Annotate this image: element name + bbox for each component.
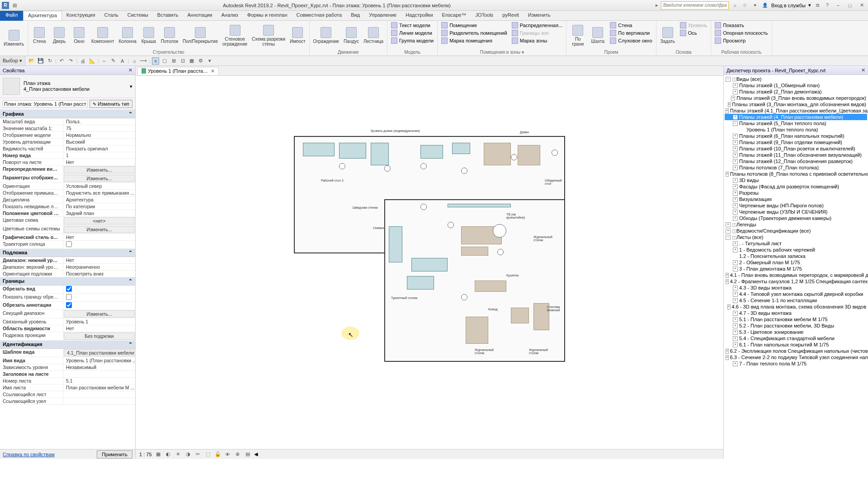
options-icon[interactable]: ⚙	[197, 57, 204, 65]
star-icon[interactable]: ☆	[741, 2, 749, 9]
file-tab[interactable]: Файл	[0, 11, 23, 21]
menu-tab-вставить[interactable]: Вставить	[153, 11, 183, 20]
property-value[interactable]	[63, 241, 135, 248]
tree-toggle-icon[interactable]: +	[733, 159, 738, 164]
property-value[interactable]: 1	[63, 152, 135, 159]
tree-node[interactable]: +Чертежные виды (УЗЛЫ И СЕЧЕНИЯ)	[725, 209, 867, 215]
tree-toggle-icon[interactable]: −	[733, 121, 738, 126]
tree-node[interactable]: +Планы этажей (3_План монтажа_для обозна…	[725, 101, 867, 108]
type-dropdown-icon[interactable]: ▾	[130, 84, 132, 89]
menu-tab-jotools[interactable]: JOTools	[471, 11, 498, 20]
tree-node[interactable]: +5.3 - Цветовое зонирование	[725, 329, 867, 335]
property-value[interactable]: Независимый	[63, 364, 135, 370]
ribbon-item[interactable]: Пол/Перекрытие	[181, 22, 220, 49]
tree-toggle-icon[interactable]: +	[733, 83, 738, 88]
property-value[interactable]	[63, 294, 135, 301]
tree-toggle-icon[interactable]: +	[728, 102, 731, 107]
tree-node[interactable]: +4.3 - 3D виды монтажа	[725, 285, 867, 291]
tree-node[interactable]: +. - Титульный лист	[725, 240, 867, 247]
sun-path-icon[interactable]: ☀	[175, 451, 182, 458]
tree-node[interactable]: +7 - План теплого пола М 1/75	[725, 360, 867, 367]
property-value[interactable]: 4.1_План расстановки мебели	[64, 349, 135, 356]
tree-toggle-icon[interactable]: +	[726, 279, 729, 284]
property-value[interactable]: Посмотреть вниз	[63, 271, 135, 277]
menu-tab-pyrevit[interactable]: pyRevit	[498, 11, 524, 20]
tree-node[interactable]: +5.1 - План расстановки мебели М 1/75	[725, 316, 867, 323]
subscription-icon[interactable]: ⌂	[731, 2, 739, 9]
property-value[interactable]: По категории	[63, 203, 135, 210]
tree-node[interactable]: +◫ Легенды	[725, 221, 867, 228]
property-value[interactable]: Высокий	[63, 139, 135, 145]
tree-node[interactable]: +3D виды	[725, 177, 867, 183]
tree-toggle-icon[interactable]: +	[731, 96, 735, 101]
browser-close-icon[interactable]: ✕	[861, 67, 865, 73]
property-value[interactable]: Задний план	[63, 210, 135, 216]
property-value[interactable]: Нет	[63, 234, 135, 240]
ribbon-small-item[interactable]: Ось	[678, 29, 709, 37]
property-value[interactable]: Изменить...	[64, 226, 135, 233]
tree-toggle-icon[interactable]: +	[733, 267, 738, 271]
tree-toggle-icon[interactable]: +	[726, 172, 729, 177]
ribbon-item[interactable]: Схема разрезки стены	[250, 22, 287, 49]
ribbon-small-item[interactable]: Опорная плоскость	[713, 29, 769, 37]
menu-tab-конструкция[interactable]: Конструкция	[62, 11, 100, 20]
ribbon-item[interactable]: Окно	[70, 22, 89, 49]
ribbon-small-item[interactable]: Стена	[608, 22, 654, 29]
user-icon[interactable]: 👤	[761, 2, 769, 9]
tree-toggle-icon[interactable]: +	[733, 89, 738, 94]
ribbon-small-item[interactable]: Показать	[713, 22, 769, 29]
ribbon-item[interactable]: Потолок	[159, 22, 180, 49]
property-checkbox[interactable]	[66, 286, 72, 292]
ribbon-item[interactable]: Ограждение	[311, 22, 341, 49]
tree-toggle-icon[interactable]: +	[726, 273, 729, 278]
login-label[interactable]: Вход в службы	[771, 3, 806, 8]
tree-node[interactable]: +Планы потолков (8_План потолка с привяз…	[725, 171, 867, 177]
ribbon-item[interactable]: Стена	[30, 22, 49, 49]
type-selector[interactable]: План этажа 4_План расстановки мебели ▾	[0, 75, 135, 98]
property-category[interactable]: Границы⌃	[0, 277, 135, 285]
ribbon-item[interactable]: Крыша	[139, 22, 158, 49]
ribbon-small-item[interactable]: Слуховое окно	[608, 37, 654, 44]
tree-toggle-icon[interactable]: −	[726, 77, 731, 82]
tree-toggle-icon[interactable]: +	[733, 178, 738, 183]
tree-toggle-icon[interactable]: +	[733, 153, 738, 158]
measure-icon[interactable]: 📐	[89, 57, 96, 65]
ribbon-small-item[interactable]: Распределенная...	[510, 22, 565, 29]
property-value[interactable]: 5.1	[63, 378, 135, 384]
tree-node[interactable]: +5.4 - Спецификация стандартной мебели	[725, 335, 867, 341]
property-value[interactable]	[63, 302, 135, 309]
tree-toggle-icon[interactable]: +	[733, 197, 738, 202]
property-value[interactable]: План расстановки мебели М ...	[63, 384, 135, 391]
ribbon-small-item[interactable]: Разделитель помещений	[439, 29, 509, 37]
ribbon-item[interactable]: Компонент	[90, 22, 116, 49]
tree-node[interactable]: +Планы этажей (1_Обмерный план)	[725, 82, 867, 89]
property-checkbox[interactable]	[66, 241, 72, 247]
menu-tab-совместная работа[interactable]: Совместная работа	[292, 11, 346, 20]
tree-toggle-icon[interactable]: +	[733, 336, 738, 341]
tree-node[interactable]: +Разрезы	[725, 190, 867, 196]
property-category[interactable]: Идентификация⌃	[0, 341, 135, 349]
tree-toggle-icon[interactable]: −	[726, 235, 731, 240]
tag-icon[interactable]: ✎	[110, 57, 117, 65]
ribbon-small-item[interactable]: Марка помещения	[439, 37, 509, 44]
tree-node[interactable]: +4.2 - Фрагменты санузлов 1,2 М 1/25 Спе…	[725, 278, 867, 285]
property-value[interactable]: Нет	[63, 325, 135, 332]
tree-node[interactable]: +4.6 - 3D вид плана монтажа, схема обозн…	[725, 304, 867, 310]
dropdown-icon[interactable]: ▾	[206, 57, 213, 65]
tree-node[interactable]: +◫ Ведомости/Спецификации (все)	[725, 228, 867, 234]
tree-node[interactable]: +Планы этажей (9_План отделки помещений)	[725, 139, 867, 145]
tree-node[interactable]: +1 - Ведомость рабочих чертежей	[725, 247, 867, 253]
ribbon-item[interactable]: Пандус	[342, 22, 361, 49]
property-value[interactable]: Показать оригинал	[63, 145, 135, 152]
tree-node[interactable]: +4.1 - План вновь возводимых перегородок…	[725, 272, 867, 278]
menu-tab-надстройки[interactable]: Надстройки	[401, 11, 437, 20]
scale-label[interactable]: 1 : 75	[139, 452, 152, 457]
tree-node[interactable]: +Планы этажей (4_План расстановки мебели…	[725, 114, 867, 120]
tree-toggle-icon[interactable]: +	[733, 184, 738, 189]
property-value[interactable]: Нет	[63, 257, 135, 263]
star-icon-2[interactable]: ✦	[751, 2, 759, 9]
drawing-canvas[interactable]: Кровать-домик (индивидуальная) Диван Обе…	[136, 76, 723, 449]
tree-node[interactable]: +6.2 - Экспликация полов Спецификация на…	[725, 348, 867, 354]
tree-node[interactable]: +Чертежные виды (НП-Пироги полов)	[725, 202, 867, 209]
property-value[interactable]: Без подрезки	[64, 332, 135, 340]
